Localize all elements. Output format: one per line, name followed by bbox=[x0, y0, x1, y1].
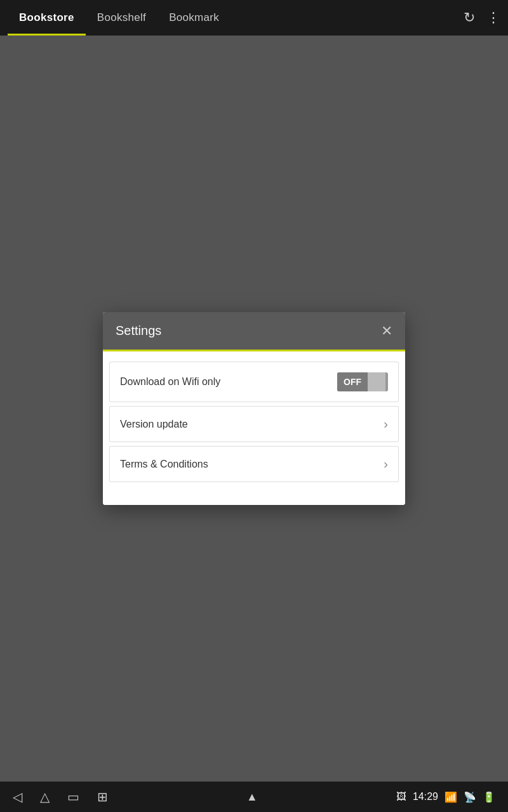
battery-icon: 🔋 bbox=[483, 791, 495, 803]
bottom-nav-icons: ◁ △ ▭ ⊞ bbox=[13, 789, 108, 804]
terms-label: Terms & Conditions bbox=[120, 459, 208, 470]
settings-dialog: Settings ✕ Download on Wifi only OFF Ver… bbox=[103, 312, 405, 505]
refresh-icon[interactable]: ↻ bbox=[464, 10, 475, 26]
bottom-menu-icon[interactable]: ▲ bbox=[246, 790, 258, 804]
settings-item-download-wifi[interactable]: Download on Wifi only OFF bbox=[109, 362, 399, 402]
dialog-body: Download on Wifi only OFF Version update… bbox=[103, 351, 405, 505]
wifi-status-icon: 📶 bbox=[444, 791, 457, 803]
clock-display: 14:29 bbox=[413, 791, 438, 802]
tab-bookshelf[interactable]: Bookshelf bbox=[86, 0, 157, 36]
signal-icon: 📡 bbox=[464, 791, 476, 803]
top-navigation-bar: Bookstore Bookshelf Bookmark ↻ ⋮ bbox=[0, 0, 508, 36]
version-update-label: Version update bbox=[120, 419, 188, 430]
tab-bookstore[interactable]: Bookstore bbox=[8, 0, 86, 36]
wifi-toggle[interactable]: OFF bbox=[337, 372, 388, 391]
settings-item-terms[interactable]: Terms & Conditions › bbox=[109, 446, 399, 482]
back-icon[interactable]: ◁ bbox=[13, 789, 22, 804]
nav-tabs: Bookstore Bookshelf Bookmark bbox=[8, 0, 464, 36]
bottom-center-menu: ▲ bbox=[246, 790, 258, 804]
modal-overlay: Settings ✕ Download on Wifi only OFF Ver… bbox=[0, 36, 508, 782]
tab-bookmark[interactable]: Bookmark bbox=[157, 0, 231, 36]
more-options-icon[interactable]: ⋮ bbox=[486, 10, 500, 26]
dialog-title: Settings bbox=[116, 324, 161, 338]
photo-icon: 🖼 bbox=[396, 791, 406, 802]
toggle-handle bbox=[368, 372, 385, 391]
home-icon[interactable]: △ bbox=[40, 789, 50, 804]
bottom-system-bar: ◁ △ ▭ ⊞ ▲ 🖼 14:29 📶 📡 🔋 bbox=[0, 782, 508, 812]
recents-icon[interactable]: ▭ bbox=[67, 789, 79, 804]
chevron-right-icon: › bbox=[384, 457, 388, 471]
chevron-right-icon: › bbox=[384, 417, 388, 431]
dialog-header: Settings ✕ bbox=[103, 312, 405, 351]
status-area: 🖼 14:29 📶 📡 🔋 bbox=[396, 791, 495, 803]
close-button[interactable]: ✕ bbox=[381, 324, 392, 338]
settings-item-version-update[interactable]: Version update › bbox=[109, 406, 399, 442]
toggle-off-label: OFF bbox=[337, 372, 368, 391]
download-wifi-label: Download on Wifi only bbox=[120, 376, 220, 388]
qr-icon[interactable]: ⊞ bbox=[97, 789, 108, 804]
top-bar-action-icons: ↻ ⋮ bbox=[464, 10, 500, 26]
